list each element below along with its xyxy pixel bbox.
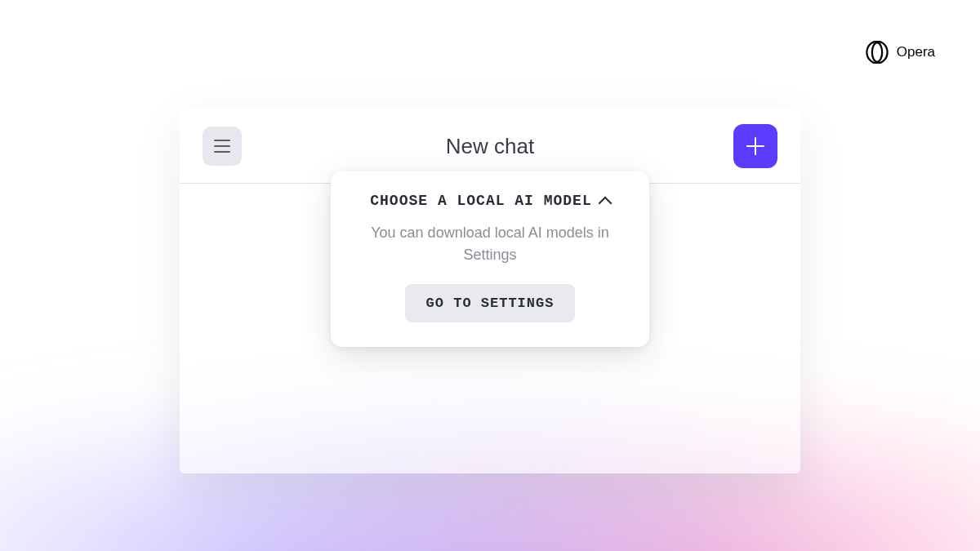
- menu-button[interactable]: [203, 127, 242, 166]
- model-selector-dropdown: CHOOSE A LOCAL AI MODEL You can download…: [331, 171, 649, 347]
- svg-point-0: [866, 42, 887, 64]
- go-to-settings-button[interactable]: GO TO SETTINGS: [405, 284, 576, 322]
- hamburger-icon: [214, 140, 230, 153]
- chat-panel: New chat CHOOSE A LOCAL AI MODEL You can…: [180, 106, 800, 473]
- dropdown-description: You can download local AI models in Sett…: [355, 222, 625, 266]
- opera-logo-icon: [866, 41, 889, 64]
- dropdown-toggle[interactable]: CHOOSE A LOCAL AI MODEL: [355, 193, 625, 209]
- dropdown-title: CHOOSE A LOCAL AI MODEL: [370, 193, 591, 209]
- brand-name: Opera: [897, 44, 935, 60]
- page-title: New chat: [446, 134, 534, 159]
- svg-point-1: [872, 42, 882, 62]
- brand-logo-area: Opera: [866, 41, 935, 64]
- new-chat-button[interactable]: [733, 124, 777, 168]
- plus-icon: [746, 137, 764, 155]
- chevron-up-icon: [598, 197, 612, 211]
